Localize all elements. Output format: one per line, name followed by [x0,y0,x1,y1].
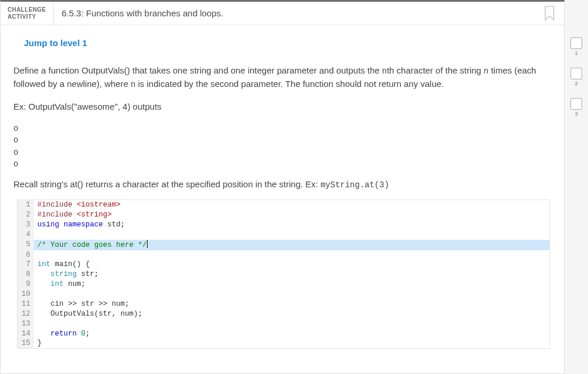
label-line-1: CHALLENGE [8,6,46,13]
text-caret [147,240,148,248]
code-text[interactable]: using namespace std; [34,220,125,230]
activity-title: 6.5.3: Functions with branches and loops… [54,8,223,18]
code-text[interactable]: #include <string> [34,210,112,220]
label-line-2: ACTIVITY [8,13,46,20]
code-line[interactable]: 7int main() { [18,260,550,270]
line-number: 13 [18,319,34,329]
line-number: 10 [18,289,34,299]
jump-to-level-link[interactable]: Jump to level 1 [24,37,87,50]
bookmark-icon[interactable] [543,5,556,22]
code-line[interactable]: 10 [18,289,550,299]
step-number: 2 [575,81,578,86]
step-indicator-column: 123 [565,0,588,374]
recall-hint: Recall string's at() returns a character… [13,178,551,191]
activity-number: 6.5.3: [62,8,84,18]
page: CHALLENGE ACTIVITY 6.5.3: Functions with… [0,0,588,374]
code-text[interactable]: return 0; [34,329,90,339]
activity-type-label: CHALLENGE ACTIVITY [1,2,54,25]
code-line[interactable]: 13 [18,319,550,329]
code-line[interactable]: 1#include <iostream> [18,200,550,210]
step-indicator[interactable]: 3 [570,98,582,117]
code-text[interactable]: #include <iostream> [34,200,121,210]
code-text[interactable] [34,250,37,260]
code-line[interactable]: 12 OutputVals(str, num); [18,309,550,319]
code-line[interactable]: 9 int num; [18,279,550,289]
line-number: 14 [18,329,34,339]
code-line[interactable]: 8 string str; [18,270,550,279]
line-number: 3 [18,220,34,230]
code-text[interactable] [34,230,37,240]
code-line[interactable]: 4 [18,230,550,240]
activity-header: CHALLENGE ACTIVITY 6.5.3: Functions with… [1,2,564,25]
example-label: Ex: OutputVals("awesome", 4) outputs [13,100,551,114]
code-line[interactable]: 15} [18,338,550,348]
code-text[interactable]: /* Your code goes here */ [34,240,148,250]
line-number: 2 [18,210,34,220]
recall-code: myString.at(3) [320,180,389,190]
step-box-icon [570,98,582,110]
code-line[interactable]: 2#include <string> [18,210,550,220]
code-line[interactable]: 14 return 0; [18,329,550,339]
code-text[interactable]: OutputVals(str, num); [34,309,142,319]
step-indicator[interactable]: 2 [570,68,582,86]
line-number: 9 [18,279,34,289]
problem-description: Define a function OutputVals() that take… [13,64,551,91]
code-line[interactable]: 11 cin >> str >> num; [18,299,550,309]
code-text[interactable] [34,319,37,329]
code-line[interactable]: 6 [18,250,550,260]
step-number: 3 [575,111,578,117]
line-number: 4 [18,230,34,240]
code-text[interactable]: int num; [34,279,86,289]
recall-text: Recall string's at() returns a character… [13,179,320,189]
code-text[interactable] [34,289,37,299]
code-text[interactable]: } [34,338,42,348]
code-editor[interactable]: 1#include <iostream>2#include <string>3u… [17,200,550,349]
activity-content: Jump to level 1 Define a function Output… [1,25,564,349]
code-text[interactable]: int main() { [34,260,90,270]
line-number: 5 [18,240,34,250]
step-number: 1 [575,50,578,56]
line-number: 1 [18,200,34,210]
code-text[interactable]: string str; [34,270,99,279]
step-indicator[interactable]: 1 [570,37,582,56]
code-line[interactable]: 3using namespace std; [18,220,550,230]
step-box-icon [570,37,582,49]
code-text[interactable]: cin >> str >> num; [34,299,130,309]
step-box-icon [570,68,582,79]
code-line[interactable]: 5/* Your code goes here */ [18,240,550,250]
line-number: 15 [18,338,34,348]
line-number: 12 [18,309,34,319]
line-number: 11 [18,299,34,309]
line-number: 6 [18,250,34,260]
line-number: 8 [18,270,34,279]
main-panel: CHALLENGE ACTIVITY 6.5.3: Functions with… [0,0,565,374]
line-number: 7 [18,260,34,270]
example-output: o o o o [13,123,551,170]
activity-title-text: Functions with branches and loops. [86,8,223,18]
